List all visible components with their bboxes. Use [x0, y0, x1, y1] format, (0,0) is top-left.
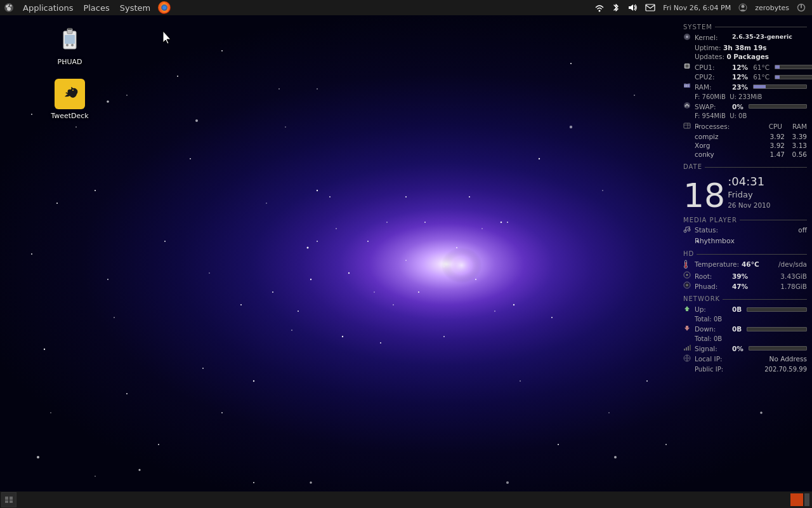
svg-point-48: [253, 482, 254, 483]
svg-point-21: [31, 253, 32, 255]
svg-rect-98: [68, 28, 72, 30]
ram-label: RAM:: [695, 83, 730, 91]
conky-up-total: Total: 0B: [683, 315, 807, 324]
processes-icon: [683, 122, 691, 130]
conky-date-header: DATE: [683, 163, 807, 171]
svg-rect-112: [686, 84, 688, 87]
uptime-label: Uptime:: [695, 44, 721, 51]
svg-point-50: [317, 190, 318, 191]
conky-down-total: Total: 0B: [683, 335, 807, 344]
local-ip-label: Local IP:: [695, 354, 730, 363]
thermometer-icon: [683, 260, 688, 269]
signal-bar: [749, 346, 807, 351]
svg-point-54: [107, 279, 108, 280]
workspace-orange-button[interactable]: [790, 493, 803, 506]
proc-header-label: Processes:: [695, 122, 730, 131]
local-ip-value: No Address: [769, 354, 807, 363]
svg-point-99: [72, 90, 74, 91]
swap-pct: 0%: [732, 102, 743, 111]
shutdown-icon[interactable]: [794, 0, 808, 15]
svg-point-28: [634, 95, 635, 96]
up-bar: [747, 307, 807, 312]
svg-point-81: [7, 7, 11, 11]
conky-player-name: Rhythmbox: [683, 237, 807, 246]
ram-icon: [683, 82, 691, 90]
datetime-display[interactable]: Fri Nov 26, 6:04 PM: [660, 0, 733, 15]
svg-point-37: [646, 380, 648, 382]
svg-point-44: [126, 393, 128, 394]
firefox-icon[interactable]: [158, 1, 171, 14]
svg-point-51: [278, 88, 280, 90]
svg-rect-111: [684, 84, 686, 87]
media-status-value: off: [798, 225, 807, 234]
conky-cpu2-row: CPU2: 12% 61°C: [683, 72, 807, 81]
ram-pct: 23%: [732, 83, 748, 91]
username-display[interactable]: zerobytes: [752, 0, 792, 15]
svg-point-96: [66, 44, 69, 46]
updates-value: 0 Packages: [726, 53, 769, 60]
cpu2-pct: 12%: [732, 72, 748, 81]
svg-rect-136: [684, 349, 685, 351]
show-desktop-button[interactable]: [1, 492, 16, 507]
wifi-icon-panel[interactable]: [592, 0, 607, 15]
conky-dayname: Friday: [728, 189, 770, 201]
kernel-value: 2.6.35-23-generic: [732, 33, 792, 41]
conky-down-row: Down: 0B: [683, 324, 807, 334]
svg-point-39: [75, 126, 77, 128]
places-menu[interactable]: Places: [78, 0, 114, 15]
svg-rect-103: [686, 65, 689, 68]
cpu1-label: CPU1:: [695, 63, 730, 72]
svg-point-77: [138, 469, 140, 471]
up-label: Up:: [695, 305, 730, 314]
svg-rect-89: [646, 4, 655, 11]
mail-icon-panel[interactable]: [643, 0, 658, 15]
download-icon: [683, 324, 691, 332]
svg-point-43: [202, 368, 204, 369]
svg-rect-139: [690, 345, 691, 351]
hd-temp-label: Temperature:: [695, 260, 739, 269]
svg-point-17: [221, 50, 223, 51]
svg-point-30: [539, 158, 540, 159]
gnome-foot-icon[interactable]: [3, 1, 15, 14]
conky-hd-temp-row: Temperature: 46°C /dev/sda: [683, 260, 807, 271]
public-ip-label: Public IP:: [695, 365, 723, 374]
hd-temp-value: 46°C: [742, 260, 759, 269]
cpu1-temp: 61°C: [753, 63, 769, 72]
svg-rect-137: [686, 347, 687, 351]
svg-point-23: [253, 380, 254, 382]
down-value: 0B: [732, 324, 742, 333]
conky-widget: SYSTEM Kernel: 2.6.35-23-generic Uptime:…: [683, 19, 807, 373]
phuad-icon-image: [55, 25, 85, 55]
svg-point-130: [686, 274, 688, 276]
volume-icon-panel[interactable]: [625, 0, 640, 15]
desktop-icon-phuad[interactable]: PHUAD: [38, 22, 102, 69]
kernel-icon: [683, 33, 691, 41]
desktop-icon-tweetdeck[interactable]: TweetDeck: [38, 76, 102, 123]
svg-point-74: [310, 481, 311, 483]
user-icon-panel[interactable]: [736, 0, 750, 15]
svg-point-75: [506, 481, 509, 484]
svg-point-34: [520, 380, 521, 382]
phuad-hd-label: Phuad:: [695, 282, 730, 291]
conky-phuad-row: Phuad: 47% 1.78GiB: [683, 281, 807, 291]
conky-ram-detail: F: 760MiB U: 233MiB: [683, 93, 807, 102]
svg-point-58: [501, 222, 502, 224]
svg-point-41: [266, 203, 266, 203]
svg-rect-113: [688, 84, 689, 87]
conky-proc-header: Processes: CPU RAM: [683, 122, 807, 131]
svg-rect-144: [5, 500, 8, 503]
svg-point-69: [195, 119, 198, 122]
applications-menu[interactable]: Applications: [18, 0, 78, 15]
root-label: Root:: [695, 272, 730, 281]
proc-header-cpu: CPU: [760, 122, 782, 131]
svg-point-11: [310, 279, 311, 280]
svg-marker-135: [684, 326, 690, 331]
cpu-icon: [683, 62, 691, 70]
svg-point-83: [10, 5, 12, 7]
bluetooth-icon-panel[interactable]: [610, 0, 622, 15]
system-menu[interactable]: System: [115, 0, 155, 15]
svg-rect-145: [10, 500, 13, 503]
svg-point-20: [190, 158, 191, 159]
media-status-label: Status:: [695, 225, 730, 234]
workspace-grey-button[interactable]: [804, 493, 809, 506]
